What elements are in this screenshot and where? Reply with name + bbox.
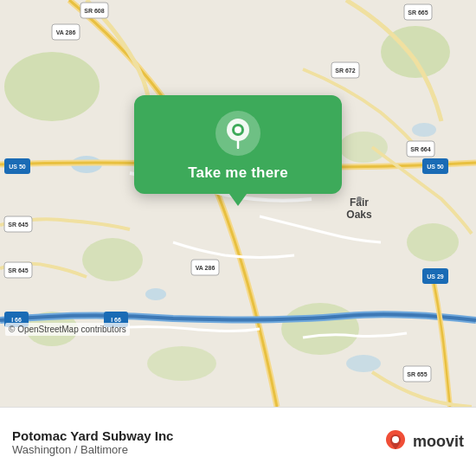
svg-text:SR 672: SR 672 xyxy=(335,68,355,74)
svg-point-8 xyxy=(339,132,388,163)
info-text: Potomac Yard Subway Inc Washington / Bal… xyxy=(12,428,373,456)
svg-point-11 xyxy=(346,355,381,372)
svg-text:SR 645: SR 645 xyxy=(8,222,28,228)
info-bar: Potomac Yard Subway Inc Washington / Bal… xyxy=(0,407,476,476)
svg-text:SR 665: SR 665 xyxy=(408,10,428,16)
svg-point-4 xyxy=(281,303,359,355)
svg-point-12 xyxy=(412,123,436,137)
pin-icon-container xyxy=(215,111,261,156)
svg-point-48 xyxy=(392,436,399,443)
svg-text:SR 608: SR 608 xyxy=(84,8,104,14)
take-me-there-button[interactable]: Take me there xyxy=(188,164,288,182)
attribution-text: © OpenStreetMap contributors xyxy=(9,325,126,334)
svg-point-6 xyxy=(407,223,459,261)
location-pin-icon xyxy=(225,118,251,149)
take-me-there-card[interactable]: Take me there xyxy=(134,95,342,194)
svg-point-7 xyxy=(147,346,216,381)
map-container: SR 608 VA 286 SR 665 SR 672 US 50 US 50 … xyxy=(0,0,476,407)
map-attribution: © OpenStreetMap contributors xyxy=(5,323,130,336)
moovit-text: moovit xyxy=(413,433,464,451)
svg-text:I 66: I 66 xyxy=(11,317,22,323)
svg-text:US 50: US 50 xyxy=(9,164,26,170)
place-location: Washington / Baltimore xyxy=(12,443,373,456)
svg-text:US 50: US 50 xyxy=(427,164,444,170)
svg-text:VA 286: VA 286 xyxy=(56,29,76,35)
svg-text:VA 286: VA 286 xyxy=(196,265,215,271)
svg-text:US 29: US 29 xyxy=(427,273,444,280)
svg-point-43 xyxy=(357,196,362,202)
moovit-logo: moovit xyxy=(382,428,464,456)
svg-point-3 xyxy=(82,238,143,281)
svg-text:SR 645: SR 645 xyxy=(8,267,28,273)
place-name: Potomac Yard Subway Inc xyxy=(12,428,373,443)
svg-point-1 xyxy=(4,52,100,121)
svg-text:SR 664: SR 664 xyxy=(410,146,430,152)
svg-point-10 xyxy=(145,288,166,300)
svg-point-46 xyxy=(235,126,241,133)
moovit-icon xyxy=(382,428,409,456)
svg-text:Oaks: Oaks xyxy=(346,209,372,221)
svg-text:SR 655: SR 655 xyxy=(407,371,427,377)
svg-text:I 66: I 66 xyxy=(111,317,121,323)
